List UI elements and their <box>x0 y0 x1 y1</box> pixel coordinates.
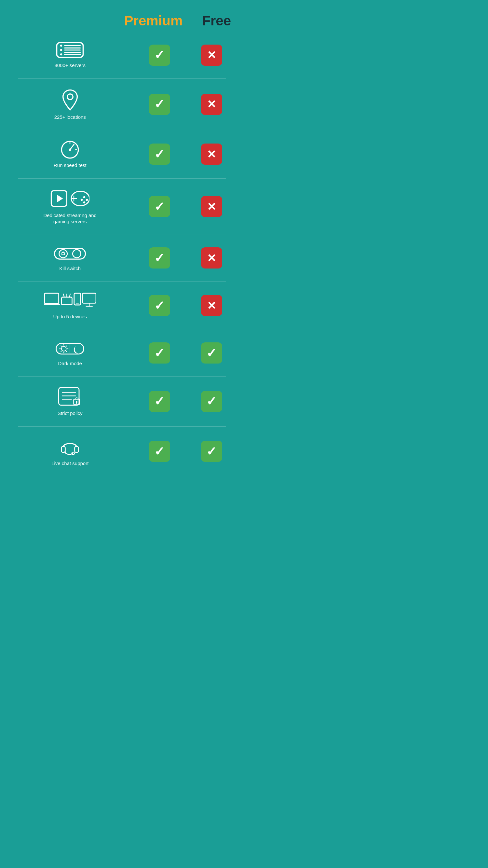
divider-8 <box>18 426 226 427</box>
svg-point-59 <box>72 452 74 454</box>
svg-point-24 <box>59 250 67 258</box>
svg-point-26 <box>73 250 81 258</box>
check-icon <box>154 346 165 360</box>
cross-icon <box>207 200 216 214</box>
servers-premium-check <box>149 44 170 66</box>
livechat-icon <box>59 436 82 458</box>
killswitch-icon <box>54 245 86 262</box>
speedtest-checks <box>134 144 238 165</box>
killswitch-label: Kill switch <box>59 265 81 272</box>
cross-icon <box>207 148 216 161</box>
policy-checks <box>134 391 238 412</box>
svg-point-40 <box>62 346 66 351</box>
feature-row-locations: 225+ locations <box>6 89 237 120</box>
svg-rect-29 <box>62 297 72 304</box>
locations-checks <box>134 94 238 115</box>
check-icon <box>206 394 217 408</box>
devices-checks <box>134 295 238 316</box>
locations-free-check <box>201 94 222 115</box>
svg-point-11 <box>69 149 71 151</box>
svg-point-2 <box>60 49 62 51</box>
policy-label: Strict policy <box>58 410 83 416</box>
feature-row-speedtest: Run speed test <box>6 140 237 168</box>
free-column-header: Free <box>202 13 231 29</box>
streaming-icon <box>51 188 90 210</box>
svg-line-32 <box>70 294 70 297</box>
svg-point-9 <box>67 94 73 100</box>
streaming-premium-check <box>149 196 170 217</box>
devices-premium-check <box>149 295 170 316</box>
feature-left-streaming: Dedicated streamng andgaming servers <box>6 188 134 225</box>
cross-icon <box>207 48 216 62</box>
svg-line-48 <box>61 351 62 351</box>
svg-marker-15 <box>57 194 63 202</box>
feature-left-killswitch: Kill switch <box>6 245 134 272</box>
livechat-label: Live chat support <box>52 460 89 467</box>
premium-column-header: Premium <box>124 13 183 29</box>
svg-point-1 <box>60 44 62 46</box>
feature-row-livechat: Live chat support <box>6 436 237 467</box>
feature-left-darkmode: Dark mode <box>6 340 134 367</box>
speedtest-label: Run speed test <box>54 162 87 168</box>
streaming-checks <box>134 196 238 217</box>
svg-line-46 <box>66 351 67 351</box>
svg-point-22 <box>83 201 85 203</box>
servers-checks <box>134 44 238 66</box>
check-icon <box>154 48 165 62</box>
policy-free-check <box>201 391 222 412</box>
svg-line-30 <box>63 294 64 297</box>
check-icon <box>154 444 165 459</box>
killswitch-premium-check <box>149 247 170 269</box>
speedtest-premium-check <box>149 144 170 165</box>
locations-premium-check <box>149 94 170 115</box>
svg-point-3 <box>60 53 62 55</box>
policy-premium-check <box>149 391 170 412</box>
speedtest-icon <box>60 140 80 159</box>
svg-point-21 <box>86 198 88 200</box>
locations-icon <box>61 89 79 111</box>
feature-row-darkmode: Dark mode <box>6 340 237 367</box>
killswitch-checks <box>134 247 238 269</box>
cross-icon <box>207 97 216 111</box>
cross-icon <box>207 299 216 312</box>
header: Premium Free <box>6 13 237 29</box>
policy-icon <box>58 386 82 407</box>
svg-point-19 <box>83 196 85 198</box>
feature-left-livechat: Live chat support <box>6 436 134 467</box>
svg-line-47 <box>66 346 67 346</box>
check-icon <box>154 97 165 111</box>
feature-row-killswitch: Kill switch <box>6 245 237 272</box>
feature-left-locations: 225+ locations <box>6 89 134 120</box>
cross-icon <box>207 251 216 265</box>
check-icon <box>154 251 165 265</box>
devices-label: Up to 5 devices <box>53 313 87 320</box>
darkmode-premium-check <box>149 342 170 364</box>
devices-icon <box>44 291 96 311</box>
darkmode-icon <box>55 340 85 358</box>
svg-rect-27 <box>44 293 59 304</box>
svg-rect-36 <box>83 293 96 303</box>
livechat-free-check <box>201 441 222 462</box>
divider-4 <box>18 235 226 235</box>
divider-2 <box>18 130 226 130</box>
divider-7 <box>18 376 226 377</box>
check-icon <box>154 199 165 214</box>
check-icon <box>206 346 217 360</box>
feature-left-policy: Strict policy <box>6 386 134 416</box>
livechat-premium-check <box>149 441 170 462</box>
darkmode-checks <box>134 342 238 364</box>
speedtest-free-check <box>201 144 222 165</box>
divider-6 <box>18 330 226 330</box>
check-icon <box>154 147 165 161</box>
divider-1 <box>18 79 226 79</box>
feature-row-devices: Up to 5 devices <box>6 291 237 320</box>
livechat-checks <box>134 441 238 462</box>
servers-free-check <box>201 44 222 66</box>
devices-free-check <box>201 295 222 316</box>
svg-rect-57 <box>62 446 65 452</box>
svg-point-20 <box>81 198 83 200</box>
streaming-free-check <box>201 196 222 217</box>
darkmode-free-check <box>201 342 222 364</box>
darkmode-label: Dark mode <box>58 360 82 367</box>
feature-left-servers: 8000+ servers <box>6 42 134 69</box>
